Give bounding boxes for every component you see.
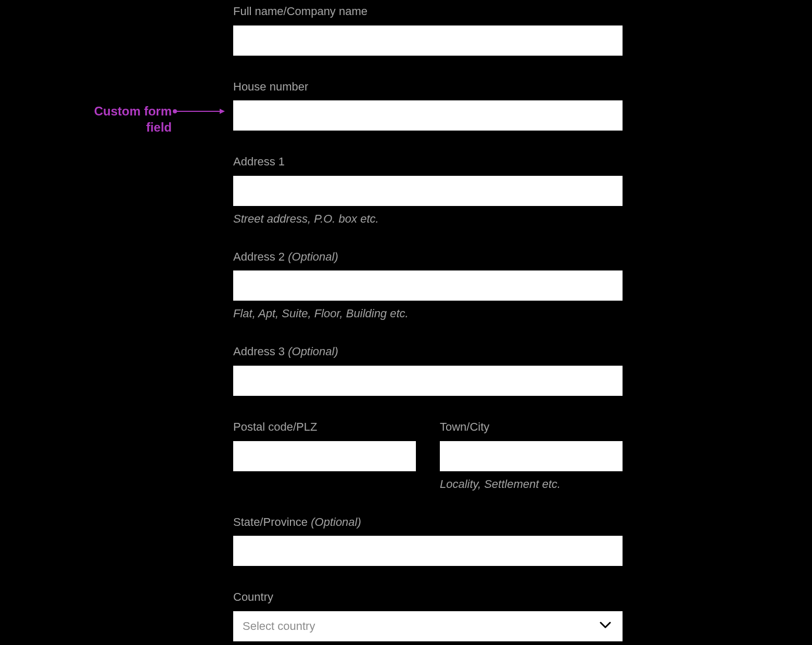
helper-city: Locality, Settlement etc. [440,478,623,491]
label-state-text: State/Province [233,515,308,528]
annotation-custom-form-field: Custom form field [57,103,172,135]
label-address2-optional: (Optional) [288,250,338,263]
input-address3[interactable] [233,366,623,396]
label-state-optional: (Optional) [311,515,361,528]
chevron-down-icon [600,622,611,631]
field-address3: Address 3 (Optional) [233,344,623,396]
label-state: State/Province (Optional) [233,515,623,530]
input-address1[interactable] [233,176,623,206]
arrow-icon [172,107,225,118]
input-address2[interactable] [233,270,623,301]
input-house-number[interactable] [233,100,623,131]
annotation-text-line1: Custom form [94,104,172,118]
select-country[interactable]: Select country [233,611,623,641]
field-full-name: Full name/Company name [233,4,623,56]
select-country-placeholder: Select country [243,620,315,633]
label-address2-text: Address 2 [233,250,285,263]
svg-point-0 [173,109,177,113]
field-address1: Address 1 Street address, P.O. box etc. [233,154,623,226]
field-house-number: House number [233,80,623,131]
label-postal: Postal code/PLZ [233,420,416,435]
annotation-text-line2: field [146,120,172,134]
field-country: Country Select country [233,590,623,641]
field-state: State/Province (Optional) [233,515,623,566]
label-address1: Address 1 [233,154,623,170]
field-address2: Address 2 (Optional) Flat, Apt, Suite, F… [233,250,623,321]
label-address3: Address 3 (Optional) [233,344,623,359]
field-city: Town/City Locality, Settlement etc. [440,420,623,491]
svg-marker-2 [220,109,225,114]
input-postal[interactable] [233,441,416,471]
label-address3-text: Address 3 [233,345,285,358]
label-address3-optional: (Optional) [288,345,338,358]
input-state[interactable] [233,536,623,566]
input-full-name[interactable] [233,25,623,56]
label-full-name: Full name/Company name [233,4,623,19]
field-postal: Postal code/PLZ [233,420,416,491]
label-house-number: House number [233,80,623,95]
label-country: Country [233,590,623,605]
label-address2: Address 2 (Optional) [233,250,623,265]
helper-address2: Flat, Apt, Suite, Floor, Building etc. [233,307,623,320]
input-city[interactable] [440,441,623,471]
address-form: Full name/Company name House number Addr… [233,4,623,641]
label-city: Town/City [440,420,623,435]
helper-address1: Street address, P.O. box etc. [233,212,623,226]
